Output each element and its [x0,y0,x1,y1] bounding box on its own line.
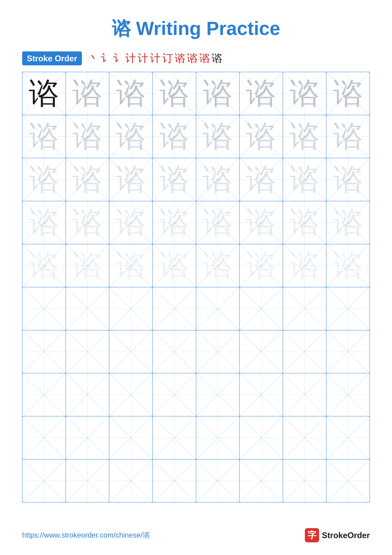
grid-cell-2-2[interactable]: 谘 [66,115,109,158]
grid-cell-9-8[interactable] [326,416,370,459]
grid-cell-3-7[interactable]: 谘 [283,158,327,201]
grid-cell-10-5[interactable] [196,460,240,502]
svg-line-100 [110,330,152,373]
grid-cell-4-1[interactable]: 谘 [22,201,66,244]
svg-line-96 [23,330,65,373]
svg-line-85 [110,287,152,330]
grid-cell-2-1[interactable]: 谘 [22,115,66,158]
grid-cell-10-4[interactable] [153,460,196,502]
grid-cell-9-4[interactable] [153,416,196,459]
grid-cell-1-7[interactable]: 谘 [283,72,327,115]
grid-cell-6-7[interactable] [283,287,327,330]
grid-cell-5-2[interactable]: 谘 [66,244,109,287]
grid-cell-3-3[interactable]: 谘 [109,158,153,201]
grid-cell-7-8[interactable] [326,330,370,373]
grid-cell-4-2[interactable]: 谘 [66,201,109,244]
grid-cell-2-7[interactable]: 谘 [283,115,327,158]
grid-cell-3-1[interactable]: 谘 [22,158,66,201]
grid-cell-1-1[interactable]: 谘 [22,72,66,115]
grid-cell-7-5[interactable] [196,330,240,373]
grid-cell-1-3[interactable]: 谘 [109,72,153,115]
grid-cell-10-1[interactable] [22,460,66,502]
grid-cell-2-6[interactable]: 谘 [240,115,283,158]
grid-cell-5-1[interactable]: 谘 [22,244,66,287]
grid-cell-10-2[interactable] [66,460,109,502]
grid-cell-3-5[interactable]: 谘 [196,158,240,201]
grid-cell-1-2[interactable]: 谘 [66,72,109,115]
grid-cell-8-7[interactable] [283,373,327,416]
grid-cell-6-2[interactable] [66,287,109,330]
grid-row-2: 谘 谘 谘 谘 谘 谘 谘 谘 [22,115,370,158]
svg-line-103 [153,330,196,373]
grid-cell-6-4[interactable] [153,287,196,330]
grid-cell-9-5[interactable] [196,416,240,459]
svg-line-128 [23,416,65,459]
grid-cell-6-3[interactable] [109,287,153,330]
grid-cell-4-7[interactable]: 谘 [283,201,327,244]
grid-cell-3-8[interactable]: 谘 [326,158,370,201]
grid-cell-1-8[interactable]: 谘 [326,72,370,115]
grid-cell-8-4[interactable] [153,373,196,416]
grid-cell-8-6[interactable] [240,373,283,416]
grid-cell-8-1[interactable] [22,373,66,416]
grid-cell-8-5[interactable] [196,373,240,416]
svg-line-159 [327,460,369,502]
grid-cell-3-2[interactable]: 谘 [66,158,109,201]
grid-cell-7-1[interactable] [22,330,66,373]
svg-line-154 [240,460,282,502]
grid-cell-4-3[interactable]: 谘 [109,201,153,244]
grid-cell-7-6[interactable] [240,330,283,373]
grid-cell-4-5[interactable]: 谘 [196,201,240,244]
grid-cell-9-1[interactable] [22,416,66,459]
grid-cell-7-3[interactable] [109,330,153,373]
grid-cell-2-4[interactable]: 谘 [153,115,196,158]
grid-cell-5-4[interactable]: 谘 [153,244,196,287]
grid-cell-5-7[interactable]: 谘 [283,244,327,287]
footer: https://www.strokeorder.com/chinese/谘 字 … [0,528,392,542]
grid-cell-7-2[interactable] [66,330,109,373]
svg-line-132 [110,416,152,459]
svg-line-144 [23,460,65,502]
svg-line-86 [153,287,196,330]
svg-line-137 [196,416,239,459]
grid-cell-5-5[interactable]: 谘 [196,244,240,287]
grid-cell-1-6[interactable]: 谘 [240,72,283,115]
svg-line-141 [283,416,326,459]
grid-cell-2-3[interactable]: 谘 [109,115,153,158]
grid-cell-5-6[interactable]: 谘 [240,244,283,287]
grid-cell-4-8[interactable]: 谘 [326,201,370,244]
svg-line-87 [153,287,196,330]
grid-cell-9-3[interactable] [109,416,153,459]
grid-cell-9-7[interactable] [283,416,327,459]
grid-cell-2-5[interactable]: 谘 [196,115,240,158]
grid-cell-10-3[interactable] [109,460,153,502]
svg-line-152 [196,460,239,502]
grid-cell-6-6[interactable] [240,287,283,330]
grid-cell-3-6[interactable]: 谘 [240,158,283,201]
grid-cell-8-2[interactable] [66,373,109,416]
grid-cell-9-6[interactable] [240,416,283,459]
grid-cell-6-5[interactable] [196,287,240,330]
grid-cell-8-8[interactable] [326,373,370,416]
grid-cell-1-4[interactable]: 谘 [153,72,196,115]
grid-cell-10-6[interactable] [240,460,283,502]
grid-cell-5-8[interactable]: 谘 [326,244,370,287]
grid-cell-2-8[interactable]: 谘 [326,115,370,158]
svg-line-135 [153,416,196,459]
svg-line-106 [240,330,282,373]
grid-cell-7-4[interactable] [153,330,196,373]
grid-cell-1-5[interactable]: 谘 [196,72,240,115]
grid-cell-7-7[interactable] [283,330,327,373]
grid-cell-4-6[interactable]: 谘 [240,201,283,244]
grid-cell-9-2[interactable] [66,416,109,459]
footer-url-link[interactable]: https://www.strokeorder.com/chinese/谘 [22,530,150,540]
stroke-2: 讠 [100,51,111,66]
grid-cell-3-4[interactable]: 谘 [153,158,196,201]
grid-cell-10-7[interactable] [283,460,327,502]
grid-cell-8-3[interactable] [109,373,153,416]
grid-cell-6-8[interactable] [326,287,370,330]
grid-cell-5-3[interactable]: 谘 [109,244,153,287]
grid-cell-10-8[interactable] [326,460,370,502]
grid-cell-4-4[interactable]: 谘 [153,201,196,244]
grid-cell-6-1[interactable] [22,287,66,330]
